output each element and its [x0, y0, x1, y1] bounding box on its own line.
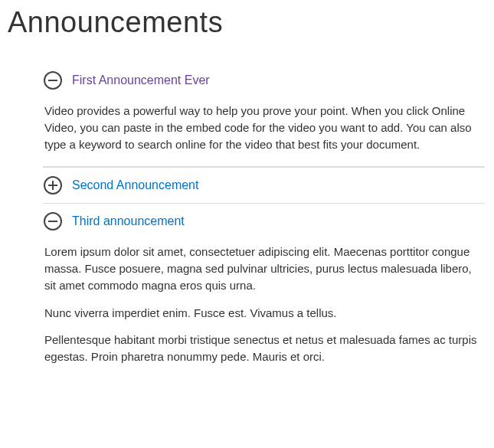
- page-title: Announcements: [0, 0, 494, 62]
- announcement-paragraph: Pellentesque habitant morbi tristique se…: [44, 332, 482, 365]
- minus-circle-icon: [43, 211, 63, 231]
- announcement-item: Third announcement Lorem ipsum dolor sit…: [43, 203, 485, 379]
- announcement-title-link[interactable]: Third announcement: [72, 214, 185, 228]
- announcement-header[interactable]: Third announcement: [43, 204, 485, 239]
- plus-circle-icon: [43, 175, 63, 195]
- announcement-title-link[interactable]: Second Announcement: [72, 178, 198, 192]
- announcement-paragraph: Nunc viverra imperdiet enim. Fusce est. …: [44, 305, 482, 322]
- announcement-item: First Announcement Ever Video provides a…: [43, 62, 485, 167]
- announcement-body: Lorem ipsum dolor sit amet, consectetuer…: [43, 239, 485, 379]
- announcement-paragraph: Video provides a powerful way to help yo…: [44, 103, 482, 152]
- minus-circle-icon: [43, 70, 63, 90]
- announcement-paragraph: Lorem ipsum dolor sit amet, consectetuer…: [44, 244, 482, 293]
- announcement-header[interactable]: Second Announcement: [43, 168, 485, 203]
- announcement-body: Video provides a powerful way to help yo…: [43, 98, 485, 166]
- announcements-list: First Announcement Ever Video provides a…: [0, 62, 494, 379]
- announcement-title-link[interactable]: First Announcement Ever: [72, 74, 210, 87]
- announcement-header[interactable]: First Announcement Ever: [43, 63, 485, 98]
- announcement-item: Second Announcement: [43, 167, 485, 203]
